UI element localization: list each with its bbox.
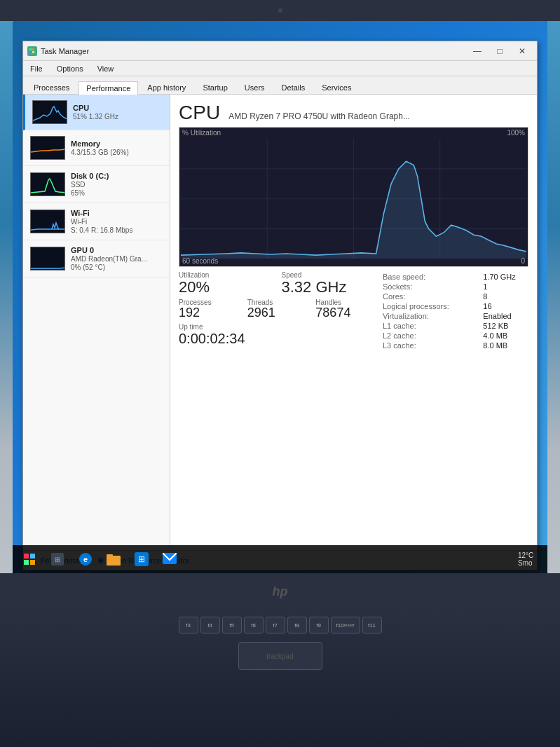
base-speed-label: Base speed: [383,273,482,281]
wifi-sidebar-name: Wi-Fi [71,209,163,217]
disk-sidebar-name: Disk 0 (C:) [71,172,163,180]
uptime-value: 0:00:02:34 [179,331,370,347]
tab-services[interactable]: Services [314,81,359,94]
svg-text:⊞: ⊞ [138,554,145,564]
menu-view[interactable]: View [95,63,117,74]
key-f5[interactable]: f5 [222,617,242,633]
processes-value: 192 [179,306,233,320]
svg-rect-16 [24,554,29,558]
key-f9[interactable]: f9 [309,617,329,633]
taskbar-windows-store[interactable]: ⊞ [129,547,154,571]
sidebar-item-memory[interactable]: Memory 4.3/15.3 GB (26%) [23,130,170,166]
svg-rect-6 [31,173,65,196]
svg-rect-17 [30,554,35,558]
svg-rect-2 [29,51,32,53]
cpu-sidebar-info: CPU 51% 1.32 GHz [73,104,163,121]
disk-thumbnail [30,172,65,196]
wifi-sidebar-speed: S: 0.4 R: 16.8 Mbps [71,226,163,234]
tab-processes[interactable]: Processes [26,81,77,94]
sockets-row: Sockets: 1 [383,282,527,291]
tabs-bar: Processes Performance App history Startu… [23,76,537,95]
tab-app-history[interactable]: App history [139,81,193,94]
threads-block: Threads 2961 [247,299,302,320]
tab-details[interactable]: Details [274,81,313,94]
disk-sidebar-detail2: 65% [71,189,163,197]
cpu-graph: % Utilization 100% 60 seconds 0 [179,127,528,267]
menu-options[interactable]: Options [54,63,86,74]
svg-rect-8 [31,247,65,270]
gpu-sidebar-detail2: 0% (52 °C) [71,263,163,271]
taskbar-mail[interactable] [157,547,182,571]
svg-rect-25 [107,554,113,558]
cpu-graph-svg [181,139,526,259]
taskbar-search[interactable]: ⊞ [45,547,70,571]
tab-users[interactable]: Users [237,81,273,94]
speed-block: Speed 3.32 GHz [282,271,371,296]
svg-text:e: e [83,555,88,563]
processes-block: Processes 192 [179,299,233,320]
wifi-thumbnail [30,210,65,233]
svg-rect-1 [32,48,34,50]
wifi-sidebar-detail: Wi-Fi [71,218,163,226]
taskbar-edge[interactable]: e [73,547,98,571]
logical-label: Logical processors: [383,302,482,310]
threads-value: 2961 [247,306,302,320]
cores-label: Cores: [383,292,482,301]
svg-rect-18 [24,560,29,565]
svg-text:⊞: ⊞ [55,556,60,563]
key-f10[interactable]: f10insert [331,617,360,633]
sidebar-item-cpu[interactable]: CPU 51% 1.32 GHz [23,95,170,130]
l2-row: L2 cache: 4.0 MB [383,331,527,340]
sidebar-item-disk[interactable]: Disk 0 (C:) SSD 65% [23,166,170,203]
memory-sidebar-name: Memory [71,139,163,148]
gpu-sidebar-detail: AMD Radeon(TM) Gra... [71,255,163,263]
l2-value: 4.0 MB [483,331,527,340]
wifi-sidebar-info: Wi-Fi Wi-Fi S: 0.4 R: 16.8 Mbps [71,209,163,234]
key-f8[interactable]: f8 [287,617,307,633]
cpu-info-table: Base speed: 1.70 GHz Sockets: 1 Cores: 8 [381,271,528,351]
right-info: Base speed: 1.70 GHz Sockets: 1 Cores: 8 [381,271,528,351]
gpu-sidebar-info: GPU 0 AMD Radeon(TM) Gra... 0% (52 °C) [71,246,163,271]
key-f6[interactable]: f6 [244,617,264,633]
sidebar: CPU 51% 1.32 GHz Memory 4.3/15.3 GB [23,95,170,550]
sidebar-item-gpu[interactable]: GPU 0 AMD Radeon(TM) Gra... 0% (52 °C) [23,240,170,277]
utilization-value: 20% [179,279,268,296]
memory-sidebar-detail: 4.3/15.3 GB (26%) [71,149,163,156]
key-f11[interactable]: f11 [362,617,382,633]
bottom-bezel: hp [0,573,560,610]
l3-label: L3 cache: [383,341,482,350]
key-f7[interactable]: f7 [266,617,285,633]
sidebar-item-wifi[interactable]: Wi-Fi Wi-Fi S: 0.4 R: 16.8 Mbps [23,203,170,240]
l2-label: L2 cache: [383,331,482,340]
trackpad[interactable]: trackpad [238,642,322,670]
taskbar-file-explorer[interactable] [101,547,126,571]
panel-subtitle: AMD Ryzen 7 PRO 4750U with Radeon Graph.… [228,111,410,121]
l1-label: L1 cache: [383,322,482,330]
memory-sidebar-info: Memory 4.3/15.3 GB (26%) [71,139,163,156]
svg-rect-4 [33,101,67,124]
handles-block: Handles 78674 [315,299,370,320]
taskbar-time-weather[interactable]: 12°C Smo [518,547,543,571]
base-speed-row: Base speed: 1.70 GHz [383,273,527,281]
minimize-button[interactable]: — [467,44,488,58]
camera-dot [278,8,282,13]
start-button[interactable] [17,547,42,571]
close-button[interactable]: ✕ [512,44,533,58]
menu-file[interactable]: File [27,63,46,74]
sockets-value: 1 [483,282,527,291]
hp-logo: hp [273,584,288,599]
virtualization-row: Virtualization: Enabled [383,312,527,320]
menu-bar: File Options View [23,61,537,76]
tab-performance[interactable]: Performance [78,81,138,95]
maximize-button[interactable]: □ [489,44,510,58]
svg-rect-3 [32,51,34,53]
key-f4[interactable]: f4 [200,617,220,633]
cpu-sidebar-name: CPU [73,104,163,112]
l1-row: L1 cache: 512 KB [383,322,527,330]
taskbar: ⊞ e ⊞ [13,545,547,573]
key-f3[interactable]: f3 [179,617,198,633]
logical-row: Logical processors: 16 [383,302,527,310]
panel-header: CPU AMD Ryzen 7 PRO 4750U with Radeon Gr… [179,102,528,124]
tab-startup[interactable]: Startup [195,81,235,94]
stats-section: Utilization 20% Speed 3.32 GHz Processes [179,271,528,351]
